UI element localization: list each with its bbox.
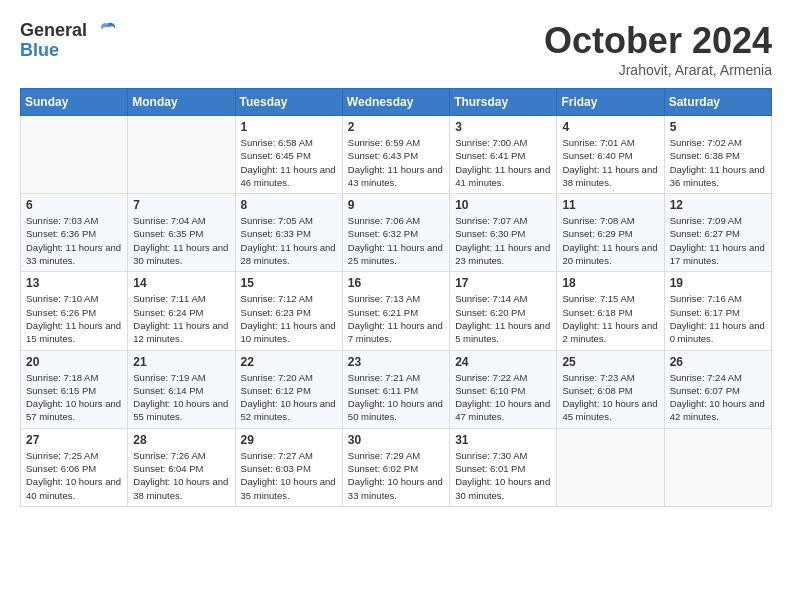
day-info: Sunrise: 7:10 AM Sunset: 6:26 PM Dayligh… bbox=[26, 292, 122, 345]
calendar-day-cell: 3Sunrise: 7:00 AM Sunset: 6:41 PM Daylig… bbox=[450, 116, 557, 194]
calendar-day-cell: 27Sunrise: 7:25 AM Sunset: 6:06 PM Dayli… bbox=[21, 428, 128, 506]
calendar-day-cell: 14Sunrise: 7:11 AM Sunset: 6:24 PM Dayli… bbox=[128, 272, 235, 350]
calendar-day-cell: 16Sunrise: 7:13 AM Sunset: 6:21 PM Dayli… bbox=[342, 272, 449, 350]
calendar-day-cell: 9Sunrise: 7:06 AM Sunset: 6:32 PM Daylig… bbox=[342, 194, 449, 272]
day-number: 20 bbox=[26, 355, 122, 369]
day-number: 27 bbox=[26, 433, 122, 447]
day-number: 8 bbox=[241, 198, 337, 212]
calendar-day-cell: 12Sunrise: 7:09 AM Sunset: 6:27 PM Dayli… bbox=[664, 194, 771, 272]
day-info: Sunrise: 7:19 AM Sunset: 6:14 PM Dayligh… bbox=[133, 371, 229, 424]
month-title: October 2024 bbox=[544, 20, 772, 62]
calendar-body: 1Sunrise: 6:58 AM Sunset: 6:45 PM Daylig… bbox=[21, 116, 772, 507]
logo-line2: Blue bbox=[20, 40, 59, 60]
day-number: 26 bbox=[670, 355, 766, 369]
day-number: 16 bbox=[348, 276, 444, 290]
weekday-header-cell: Wednesday bbox=[342, 89, 449, 116]
calendar-table: SundayMondayTuesdayWednesdayThursdayFrid… bbox=[20, 88, 772, 507]
day-number: 11 bbox=[562, 198, 658, 212]
day-info: Sunrise: 7:02 AM Sunset: 6:38 PM Dayligh… bbox=[670, 136, 766, 189]
day-info: Sunrise: 7:27 AM Sunset: 6:03 PM Dayligh… bbox=[241, 449, 337, 502]
calendar-day-cell: 28Sunrise: 7:26 AM Sunset: 6:04 PM Dayli… bbox=[128, 428, 235, 506]
calendar-week-row: 1Sunrise: 6:58 AM Sunset: 6:45 PM Daylig… bbox=[21, 116, 772, 194]
calendar-day-cell: 26Sunrise: 7:24 AM Sunset: 6:07 PM Dayli… bbox=[664, 350, 771, 428]
day-info: Sunrise: 6:59 AM Sunset: 6:43 PM Dayligh… bbox=[348, 136, 444, 189]
day-info: Sunrise: 7:03 AM Sunset: 6:36 PM Dayligh… bbox=[26, 214, 122, 267]
day-number: 19 bbox=[670, 276, 766, 290]
calendar-day-cell: 25Sunrise: 7:23 AM Sunset: 6:08 PM Dayli… bbox=[557, 350, 664, 428]
calendar-day-cell bbox=[21, 116, 128, 194]
day-info: Sunrise: 7:13 AM Sunset: 6:21 PM Dayligh… bbox=[348, 292, 444, 345]
calendar-day-cell: 1Sunrise: 6:58 AM Sunset: 6:45 PM Daylig… bbox=[235, 116, 342, 194]
calendar-day-cell: 24Sunrise: 7:22 AM Sunset: 6:10 PM Dayli… bbox=[450, 350, 557, 428]
day-info: Sunrise: 7:00 AM Sunset: 6:41 PM Dayligh… bbox=[455, 136, 551, 189]
day-number: 25 bbox=[562, 355, 658, 369]
day-number: 12 bbox=[670, 198, 766, 212]
day-info: Sunrise: 7:01 AM Sunset: 6:40 PM Dayligh… bbox=[562, 136, 658, 189]
day-number: 31 bbox=[455, 433, 551, 447]
logo-line1: General bbox=[20, 20, 87, 40]
calendar-day-cell: 5Sunrise: 7:02 AM Sunset: 6:38 PM Daylig… bbox=[664, 116, 771, 194]
calendar-day-cell: 7Sunrise: 7:04 AM Sunset: 6:35 PM Daylig… bbox=[128, 194, 235, 272]
calendar-day-cell: 11Sunrise: 7:08 AM Sunset: 6:29 PM Dayli… bbox=[557, 194, 664, 272]
day-info: Sunrise: 7:18 AM Sunset: 6:15 PM Dayligh… bbox=[26, 371, 122, 424]
day-info: Sunrise: 7:08 AM Sunset: 6:29 PM Dayligh… bbox=[562, 214, 658, 267]
calendar-day-cell: 20Sunrise: 7:18 AM Sunset: 6:15 PM Dayli… bbox=[21, 350, 128, 428]
calendar-day-cell: 31Sunrise: 7:30 AM Sunset: 6:01 PM Dayli… bbox=[450, 428, 557, 506]
day-info: Sunrise: 7:09 AM Sunset: 6:27 PM Dayligh… bbox=[670, 214, 766, 267]
calendar-day-cell: 6Sunrise: 7:03 AM Sunset: 6:36 PM Daylig… bbox=[21, 194, 128, 272]
calendar-day-cell: 10Sunrise: 7:07 AM Sunset: 6:30 PM Dayli… bbox=[450, 194, 557, 272]
day-number: 23 bbox=[348, 355, 444, 369]
calendar-week-row: 27Sunrise: 7:25 AM Sunset: 6:06 PM Dayli… bbox=[21, 428, 772, 506]
day-number: 5 bbox=[670, 120, 766, 134]
day-number: 7 bbox=[133, 198, 229, 212]
day-info: Sunrise: 7:24 AM Sunset: 6:07 PM Dayligh… bbox=[670, 371, 766, 424]
day-number: 10 bbox=[455, 198, 551, 212]
calendar-day-cell: 23Sunrise: 7:21 AM Sunset: 6:11 PM Dayli… bbox=[342, 350, 449, 428]
calendar-day-cell: 29Sunrise: 7:27 AM Sunset: 6:03 PM Dayli… bbox=[235, 428, 342, 506]
logo: General Blue bbox=[20, 20, 118, 62]
calendar-day-cell: 8Sunrise: 7:05 AM Sunset: 6:33 PM Daylig… bbox=[235, 194, 342, 272]
weekday-header-row: SundayMondayTuesdayWednesdayThursdayFrid… bbox=[21, 89, 772, 116]
day-info: Sunrise: 7:14 AM Sunset: 6:20 PM Dayligh… bbox=[455, 292, 551, 345]
calendar-day-cell: 30Sunrise: 7:29 AM Sunset: 6:02 PM Dayli… bbox=[342, 428, 449, 506]
calendar-day-cell: 13Sunrise: 7:10 AM Sunset: 6:26 PM Dayli… bbox=[21, 272, 128, 350]
day-number: 13 bbox=[26, 276, 122, 290]
calendar-day-cell: 21Sunrise: 7:19 AM Sunset: 6:14 PM Dayli… bbox=[128, 350, 235, 428]
calendar-day-cell: 18Sunrise: 7:15 AM Sunset: 6:18 PM Dayli… bbox=[557, 272, 664, 350]
day-number: 24 bbox=[455, 355, 551, 369]
calendar-day-cell: 15Sunrise: 7:12 AM Sunset: 6:23 PM Dayli… bbox=[235, 272, 342, 350]
day-number: 21 bbox=[133, 355, 229, 369]
day-info: Sunrise: 7:26 AM Sunset: 6:04 PM Dayligh… bbox=[133, 449, 229, 502]
calendar-day-cell: 2Sunrise: 6:59 AM Sunset: 6:43 PM Daylig… bbox=[342, 116, 449, 194]
day-number: 14 bbox=[133, 276, 229, 290]
day-info: Sunrise: 7:23 AM Sunset: 6:08 PM Dayligh… bbox=[562, 371, 658, 424]
logo-bird-icon bbox=[96, 20, 118, 42]
day-info: Sunrise: 7:25 AM Sunset: 6:06 PM Dayligh… bbox=[26, 449, 122, 502]
day-number: 17 bbox=[455, 276, 551, 290]
day-number: 6 bbox=[26, 198, 122, 212]
day-info: Sunrise: 7:21 AM Sunset: 6:11 PM Dayligh… bbox=[348, 371, 444, 424]
day-info: Sunrise: 7:11 AM Sunset: 6:24 PM Dayligh… bbox=[133, 292, 229, 345]
day-number: 2 bbox=[348, 120, 444, 134]
calendar-day-cell: 17Sunrise: 7:14 AM Sunset: 6:20 PM Dayli… bbox=[450, 272, 557, 350]
calendar-week-row: 20Sunrise: 7:18 AM Sunset: 6:15 PM Dayli… bbox=[21, 350, 772, 428]
calendar-day-cell: 22Sunrise: 7:20 AM Sunset: 6:12 PM Dayli… bbox=[235, 350, 342, 428]
calendar-day-cell bbox=[557, 428, 664, 506]
calendar-week-row: 6Sunrise: 7:03 AM Sunset: 6:36 PM Daylig… bbox=[21, 194, 772, 272]
day-number: 1 bbox=[241, 120, 337, 134]
day-info: Sunrise: 7:05 AM Sunset: 6:33 PM Dayligh… bbox=[241, 214, 337, 267]
day-info: Sunrise: 7:15 AM Sunset: 6:18 PM Dayligh… bbox=[562, 292, 658, 345]
calendar-day-cell bbox=[664, 428, 771, 506]
day-info: Sunrise: 7:29 AM Sunset: 6:02 PM Dayligh… bbox=[348, 449, 444, 502]
day-info: Sunrise: 7:20 AM Sunset: 6:12 PM Dayligh… bbox=[241, 371, 337, 424]
weekday-header-cell: Sunday bbox=[21, 89, 128, 116]
header: General Blue October 2024 Jrahovit, Arar… bbox=[20, 20, 772, 78]
day-info: Sunrise: 7:30 AM Sunset: 6:01 PM Dayligh… bbox=[455, 449, 551, 502]
calendar-day-cell bbox=[128, 116, 235, 194]
day-number: 28 bbox=[133, 433, 229, 447]
day-info: Sunrise: 7:07 AM Sunset: 6:30 PM Dayligh… bbox=[455, 214, 551, 267]
day-number: 22 bbox=[241, 355, 337, 369]
title-section: October 2024 Jrahovit, Ararat, Armenia bbox=[544, 20, 772, 78]
weekday-header-cell: Thursday bbox=[450, 89, 557, 116]
weekday-header-cell: Friday bbox=[557, 89, 664, 116]
